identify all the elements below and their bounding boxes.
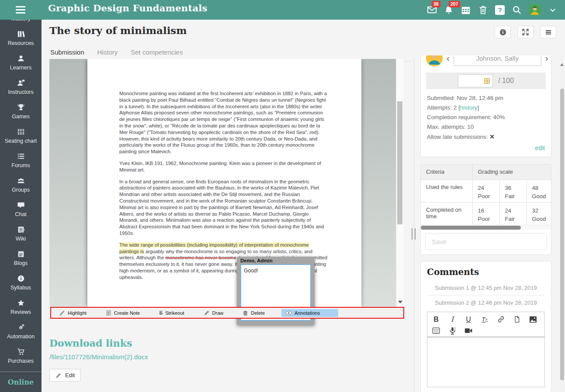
scale-cell[interactable]: 48Good [527, 179, 551, 202]
sidebar-item-resources[interactable]: Resources [0, 27, 42, 51]
video-icon[interactable] [464, 326, 473, 336]
sidebar-item-reviews[interactable]: Reviews [0, 296, 42, 320]
highlight-tool[interactable]: Highlight [56, 309, 89, 317]
scale-cell[interactable]: 24Poor [472, 179, 499, 202]
info-button[interactable] [495, 26, 511, 38]
people-icon [17, 177, 25, 185]
scale-cell[interactable]: 24Fair [499, 202, 527, 225]
student-avatar-image [426, 55, 443, 66]
italic-icon[interactable]: I [448, 315, 457, 324]
sidebar-item-syllabus[interactable]: Syllabus [0, 271, 42, 296]
sidebar-item-groups[interactable]: Groups [0, 173, 42, 198]
delete-tool[interactable]: Delete [240, 309, 267, 317]
rubric-table: Criteria Grading scale Used the rules 24… [421, 165, 551, 225]
document-scrollbar-thumb[interactable] [397, 101, 402, 224]
sidebar-item-blogs[interactable]: Blogs [0, 247, 42, 271]
sidebar-item-games[interactable]: Games [0, 100, 42, 124]
sidebar-nav: Mastery Resources Learners Instructors G… [0, 20, 42, 392]
rubric-row: Completed on time 16Poor 24Fair 32Good [421, 202, 551, 225]
microphone-icon[interactable] [448, 326, 457, 336]
edit-button-label: Edit [65, 372, 75, 378]
calendar-icon[interactable] [461, 5, 471, 15]
sidebar-item-wiki[interactable]: Wiki [0, 222, 42, 247]
notifications-icon[interactable]: 207 [444, 5, 454, 15]
fullscreen-button[interactable] [517, 26, 534, 38]
submitted-line: Submitted: Nov 28, 12:46 pm [427, 93, 545, 103]
app-root: Graphic Design Fundamentals 38 207 ? [0, 0, 565, 392]
account-dropdown-icon[interactable] [548, 5, 558, 15]
annotations-toggle[interactable]: Annotations [281, 309, 338, 317]
student-selector-row: ‹ › [421, 55, 551, 71]
grade-denominator: / 100 [498, 77, 514, 85]
trash-icon[interactable] [478, 5, 488, 15]
scroll-down-icon[interactable] [398, 301, 402, 303]
file-icon[interactable] [513, 315, 521, 324]
messages-badge: 38 [432, 1, 440, 7]
editor-toolbar: B I U T× [427, 312, 544, 337]
cart-icon [17, 348, 25, 356]
document-scrollbar[interactable] [396, 59, 403, 307]
criteria-cell: Used the rules [421, 179, 472, 202]
rubric-grid-icon[interactable] [484, 78, 490, 84]
max-attempts-line: Max. attempts: 10 [427, 122, 545, 132]
user-avatar[interactable] [529, 4, 541, 16]
rubric-horizontal-scrollbar[interactable] [421, 226, 551, 230]
save-button[interactable]: Save [425, 233, 547, 250]
eye-icon [285, 310, 292, 316]
grading-panel: ‹ › / 100 Submitted: Nov 28, 12:46 pm At… [420, 55, 551, 392]
search-icon[interactable] [512, 5, 522, 15]
strikeout-tool[interactable]: S Strikeout [156, 309, 187, 317]
scale-cell[interactable]: 32Good [527, 202, 551, 225]
pane-resize-handle[interactable] [412, 228, 416, 240]
sidebar-item-instructors[interactable]: Instructors [0, 76, 42, 100]
previous-student-button[interactable]: ‹ [447, 55, 450, 62]
page-action-buttons [495, 26, 556, 38]
help-icon[interactable]: ? [495, 5, 505, 15]
comment-text-input[interactable] [427, 337, 544, 387]
document-viewer: Monochrome painting was initiated at the… [49, 59, 403, 307]
download-file-link[interactable]: /files/1107726/Minimalism(2).docx [49, 353, 148, 361]
notifications-badge: 207 [449, 1, 460, 7]
bold-icon[interactable]: B [432, 315, 440, 324]
notepad-icon [17, 250, 25, 258]
rubric-header-criteria: Criteria [421, 165, 472, 179]
edit-button[interactable]: Edit [49, 369, 81, 382]
header-icons: 38 207 ? [426, 0, 558, 20]
draw-tool[interactable]: Draw [201, 309, 226, 317]
menu-toggle-icon[interactable] [16, 6, 25, 14]
scale-cell[interactable]: 36Fair [499, 179, 527, 202]
strikeout-text: monochrome has never become [166, 255, 236, 260]
trophy-icon [17, 103, 25, 111]
comments-heading: Comments [427, 267, 545, 277]
create-note-tool[interactable]: Create Note [103, 309, 142, 317]
scale-cell[interactable]: 16Poor [472, 202, 499, 225]
sidebar-item-seating-chart[interactable]: Seating chart [0, 124, 42, 149]
underline-icon[interactable]: U [464, 315, 473, 324]
next-student-button[interactable]: › [545, 55, 548, 62]
doc-paragraph-1: Monochrome painting was initiated at the… [119, 90, 329, 155]
sidebar-item-automation[interactable]: Automation [0, 320, 42, 344]
table-icon[interactable] [432, 326, 440, 336]
list-icon [17, 152, 25, 160]
sidebar-item-mastery[interactable]: Mastery [0, 20, 42, 27]
main-scrollbar[interactable] [559, 59, 565, 392]
sidebar-item-learners[interactable]: Learners [0, 51, 42, 76]
clear-formatting-icon[interactable]: T× [480, 315, 489, 324]
messages-icon[interactable]: 38 [426, 5, 437, 15]
edit-settings-link[interactable]: edit [535, 144, 545, 151]
rubric-scrollbar-thumb[interactable] [421, 226, 521, 230]
highlighter-icon [59, 310, 65, 316]
scroll-up-icon[interactable] [560, 63, 564, 66]
page-menu-button[interactable] [540, 26, 556, 38]
online-status[interactable]: Online [0, 378, 42, 386]
page-title: The story of minimalism [49, 24, 187, 36]
sidebar-item-chat[interactable]: Chat [0, 198, 42, 222]
sidebar-item-purchases[interactable]: Purchases [0, 344, 42, 369]
history-link[interactable]: history [460, 104, 478, 111]
sidebar-item-forums[interactable]: Forums [0, 149, 42, 173]
link-icon[interactable] [496, 315, 505, 324]
image-icon[interactable] [529, 315, 537, 324]
student-name-input[interactable] [454, 55, 541, 66]
main-scrollbar-thumb[interactable] [560, 89, 564, 380]
attempts-line: Attempts: 2 [history] [427, 103, 545, 113]
